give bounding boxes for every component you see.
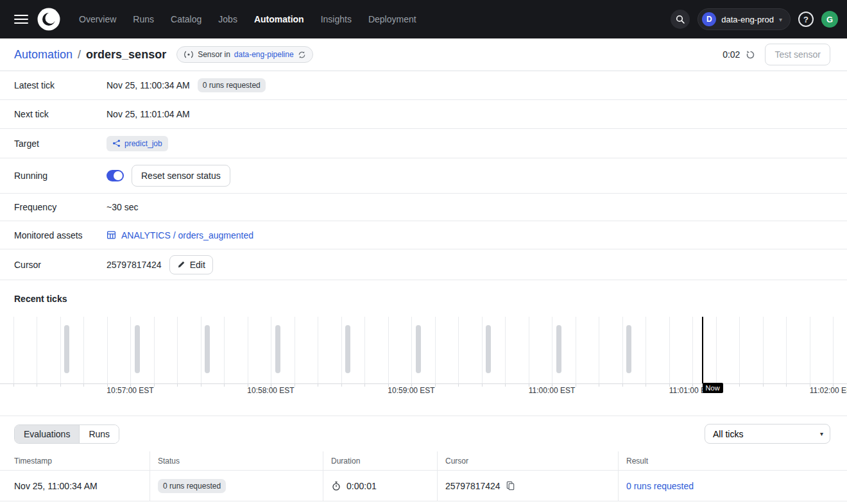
gridline	[763, 317, 764, 383]
sensor-chip-prefix: Sensor in	[198, 50, 230, 59]
latest-tick-value: Nov 25, 11:00:34 AM	[107, 80, 190, 90]
axis-tick	[622, 384, 623, 387]
detail-row-target: Target predict_job	[0, 129, 847, 158]
sensor-repo-chip: Sensor in data-eng-pipeline	[176, 46, 312, 63]
cell-duration: 0:00:01	[323, 471, 438, 501]
gridline	[271, 317, 271, 383]
menu-icon[interactable]	[10, 10, 32, 28]
stopwatch-icon	[331, 481, 341, 491]
running-label: Running	[14, 171, 107, 181]
gridline	[552, 317, 552, 383]
table-icon	[107, 230, 116, 240]
column-header-status: Status	[150, 451, 323, 470]
evaluations-tabs: EvaluationsRuns	[14, 424, 119, 444]
tick-bar[interactable]	[345, 325, 350, 373]
gridline	[107, 317, 108, 383]
tab-runs[interactable]: Runs	[79, 425, 119, 443]
tick-bar[interactable]	[416, 325, 421, 373]
tick-bar[interactable]	[626, 325, 631, 373]
axis-tick	[318, 384, 318, 387]
tick-bar[interactable]	[556, 325, 561, 373]
page-title: orders_sensor	[86, 48, 166, 62]
next-tick-label: Next tick	[14, 109, 107, 119]
tick-bar[interactable]	[486, 325, 491, 373]
table-row[interactable]: Nov 25, 11:00:34 AM0 runs requested0:00:…	[0, 471, 847, 501]
monitored-assets-label: Monitored assets	[14, 230, 107, 240]
axis-tick	[482, 384, 483, 387]
switch-repo-icon[interactable]	[298, 51, 306, 59]
gridline	[669, 317, 670, 383]
recent-ticks-heading: Recent ticks	[0, 280, 847, 317]
monitored-asset-name: ANALYTICS / orders_augmented	[121, 230, 253, 240]
detail-row-monitored-assets: Monitored assets ANALYTICS / orders_augm…	[0, 221, 847, 249]
target-job-link[interactable]: predict_job	[107, 136, 168, 151]
gridline	[810, 317, 810, 383]
ticks-filter-select[interactable]: All ticks ▾	[705, 424, 830, 444]
edit-cursor-button[interactable]: Edit	[169, 255, 213, 274]
gridline	[529, 317, 529, 383]
page-header: Automation / orders_sensor Sensor in dat…	[0, 38, 847, 71]
test-sensor-button[interactable]: Test sensor	[765, 44, 830, 65]
tick-bar[interactable]	[275, 325, 280, 373]
pencil-icon	[177, 260, 185, 269]
nav-item-deployment[interactable]: Deployment	[360, 0, 425, 38]
tick-bar[interactable]	[135, 325, 140, 373]
axis-tick	[341, 384, 342, 387]
section-gap	[0, 396, 847, 416]
axis-tick	[505, 384, 506, 387]
copy-icon[interactable]	[506, 481, 515, 491]
nav-item-catalog[interactable]: Catalog	[162, 0, 210, 38]
axis-label: 10:57:00 EST	[107, 386, 153, 395]
reset-sensor-status-button[interactable]: Reset sensor status	[132, 165, 230, 187]
tick-bar[interactable]	[205, 325, 210, 373]
axis-tick	[83, 384, 84, 387]
breadcrumb-automation-link[interactable]: Automation	[14, 48, 73, 62]
user-avatar[interactable]: G	[821, 11, 838, 28]
target-job-name: predict_job	[124, 139, 162, 148]
axis-tick	[60, 384, 61, 387]
frequency-label: Frequency	[14, 202, 107, 212]
gridline	[622, 317, 623, 383]
gridline	[130, 317, 131, 383]
gridline	[154, 317, 155, 383]
nav-item-insights[interactable]: Insights	[312, 0, 360, 38]
nav-item-automation[interactable]: Automation	[246, 0, 312, 38]
nav-item-overview[interactable]: Overview	[71, 0, 124, 38]
axis-label: 11:00:00 EST	[529, 386, 576, 395]
detail-row-frequency: Frequency ~30 sec	[0, 194, 847, 221]
nav-item-runs[interactable]: Runs	[124, 0, 162, 38]
axis-tick	[786, 384, 787, 387]
repo-link[interactable]: data-eng-pipeline	[234, 50, 294, 59]
dagster-logo[interactable]	[37, 8, 60, 31]
edit-cursor-label: Edit	[190, 260, 205, 270]
ticks-filter-value: All ticks	[713, 429, 743, 439]
result-link[interactable]: 0 runs requested	[626, 481, 694, 491]
tick-bar[interactable]	[64, 325, 69, 373]
gridline	[505, 317, 506, 383]
gridline	[716, 317, 717, 383]
axis-tick	[646, 384, 646, 387]
breadcrumb-separator: /	[78, 48, 81, 62]
gridline	[646, 317, 646, 383]
nav-item-jobs[interactable]: Jobs	[210, 0, 246, 38]
help-icon[interactable]: ?	[798, 12, 814, 27]
axis-tick	[458, 384, 459, 387]
gridline	[458, 317, 459, 383]
latest-tick-label: Latest tick	[14, 80, 107, 90]
search-icon[interactable]	[671, 10, 690, 29]
cell-cursor: 25797817424	[438, 471, 619, 501]
gridline	[318, 317, 318, 383]
refresh-icon[interactable]	[746, 50, 755, 60]
now-marker-line	[702, 317, 703, 383]
axis-tick	[37, 384, 37, 387]
running-toggle[interactable]	[107, 170, 124, 181]
cursor-cell-value: 25797817424	[445, 481, 501, 491]
axis-tick	[177, 384, 178, 387]
chevron-down-icon: ▾	[820, 430, 823, 437]
gridline	[388, 317, 389, 383]
detail-row-cursor: Cursor 25797817424 Edit	[0, 249, 847, 280]
column-header-cursor: Cursor	[438, 451, 619, 470]
tab-evaluations[interactable]: Evaluations	[15, 425, 79, 443]
deployment-switcher[interactable]: D data-eng-prod ▾	[697, 8, 791, 30]
monitored-asset-link[interactable]: ANALYTICS / orders_augmented	[107, 230, 253, 240]
